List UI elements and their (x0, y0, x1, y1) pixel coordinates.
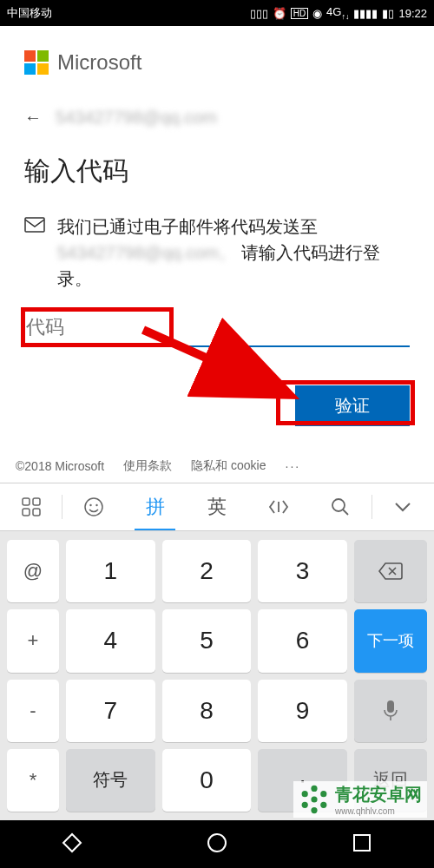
hd-icon: HD (291, 8, 308, 19)
watermark-name: 青花安卓网 (335, 783, 422, 806)
instruction-text: 我们已通过电子邮件将代码发送至 543427798@qq.com。 请输入代码进… (57, 214, 410, 292)
key-symbols[interactable]: 符号 (66, 749, 155, 812)
svg-point-16 (311, 807, 317, 813)
battery-icon: ▮▯ (382, 7, 394, 20)
key-minus[interactable]: - (7, 680, 59, 742)
ime-emoji-icon[interactable] (62, 483, 124, 530)
nav-recent-icon[interactable] (351, 832, 373, 858)
microsoft-logo: Microsoft (24, 50, 410, 75)
key-0[interactable]: 0 (162, 749, 252, 812)
signal-icon: ▮▮▮▮ (353, 7, 378, 20)
watermark-url: www.qhhlv.com (335, 806, 422, 816)
key-8[interactable]: 8 (162, 680, 252, 742)
key-5[interactable]: 5 (162, 609, 252, 672)
svg-point-17 (302, 802, 308, 808)
copyright-label: ©2018 Microsoft (16, 459, 104, 473)
more-menu[interactable]: ··· (286, 459, 301, 473)
svg-point-14 (320, 791, 326, 797)
svg-line-10 (343, 510, 348, 515)
svg-point-9 (332, 499, 345, 511)
alarm-icon: ⏰ (273, 7, 286, 20)
network-icon: 4G↑↓ (326, 5, 349, 21)
page-title: 输入代码 (24, 154, 410, 189)
eye-icon: ◉ (312, 7, 322, 20)
svg-rect-4 (23, 509, 30, 516)
clock-label: 19:22 (398, 7, 427, 20)
page-footer: ©2018 Microsoft 使用条款 隐私和 cookie ··· (0, 458, 434, 474)
watermark: 青花安卓网 www.qhhlv.com (293, 781, 427, 818)
nav-back-icon[interactable] (61, 832, 83, 858)
back-arrow-icon[interactable]: ← (24, 108, 42, 128)
svg-rect-11 (387, 700, 394, 713)
mail-icon (24, 217, 45, 292)
carrier-label: 中国移动 (7, 5, 250, 21)
svg-rect-5 (33, 509, 40, 516)
terms-link[interactable]: 使用条款 (123, 458, 172, 474)
svg-rect-3 (33, 498, 40, 505)
code-input[interactable] (24, 311, 410, 347)
ime-pinyin-tab[interactable]: 拼 (124, 483, 186, 530)
ime-toolbar: 拼 英 (0, 483, 434, 531)
key-7[interactable]: 7 (66, 680, 155, 742)
key-4[interactable]: 4 (66, 609, 155, 672)
ime-english-tab[interactable]: 英 (186, 483, 247, 530)
key-at[interactable]: @ (7, 540, 59, 602)
microsoft-wordmark: Microsoft (57, 50, 141, 75)
svg-rect-20 (354, 835, 370, 851)
key-mic[interactable] (354, 680, 427, 742)
key-2[interactable]: 2 (162, 540, 252, 602)
account-email-masked: 543427798@qq.com (56, 108, 217, 128)
svg-point-13 (311, 786, 317, 792)
status-bar: 中国移动 ▯▯▯ ⏰ HD ◉ 4G↑↓ ▮▮▮▮ ▮▯ 19:22 (0, 0, 434, 26)
key-plus[interactable]: + (7, 609, 59, 672)
key-backspace[interactable] (354, 540, 427, 602)
ime-apps-icon[interactable] (0, 483, 62, 530)
key-3[interactable]: 3 (258, 540, 347, 602)
svg-point-6 (85, 498, 102, 516)
ime-search-icon[interactable] (310, 483, 372, 530)
nav-home-icon[interactable] (206, 832, 228, 858)
watermark-logo-icon (299, 784, 330, 815)
key-6[interactable]: 6 (258, 609, 347, 672)
microsoft-squares-icon (24, 50, 49, 75)
privacy-link[interactable]: 隐私和 cookie (191, 458, 266, 474)
svg-point-19 (208, 834, 226, 852)
key-1[interactable]: 1 (66, 540, 155, 602)
ime-collapse-icon[interactable] (372, 483, 434, 530)
key-9[interactable]: 9 (258, 680, 347, 742)
ime-code-icon[interactable] (248, 483, 310, 530)
svg-point-15 (320, 802, 326, 808)
svg-rect-0 (25, 218, 44, 232)
verify-button[interactable]: 验证 (295, 385, 410, 426)
key-next[interactable]: 下一项 (354, 609, 427, 672)
svg-point-12 (311, 796, 317, 802)
android-nav-bar (0, 820, 434, 868)
svg-rect-2 (23, 498, 30, 505)
svg-point-8 (95, 504, 97, 506)
svg-point-18 (302, 791, 308, 797)
svg-point-7 (89, 504, 91, 506)
key-asterisk[interactable]: * (7, 749, 59, 812)
vibrate-icon: ▯▯▯ (250, 7, 268, 20)
numeric-keypad: @ 1 2 3 + 4 5 6 下一项 - 7 8 9 * 符号 0 · 返回 (0, 531, 434, 820)
